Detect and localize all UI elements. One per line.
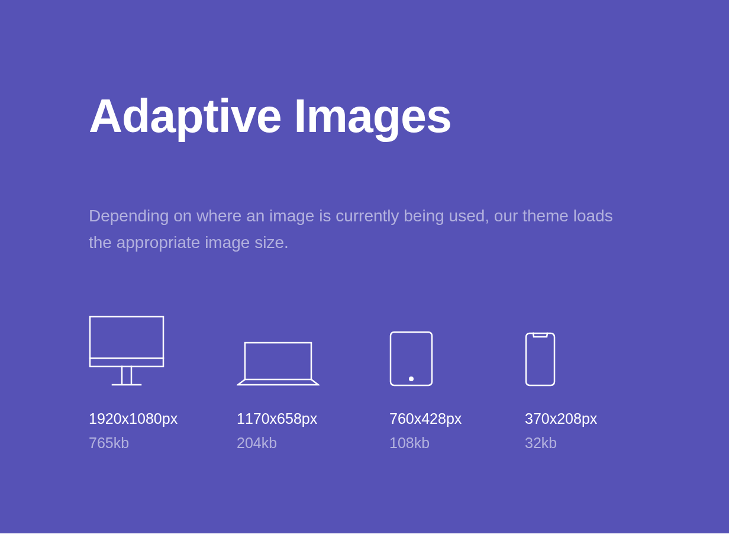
smartphone-icon (525, 332, 556, 387)
device-tablet: 760x428px 108kb (389, 316, 525, 452)
filesize-label: 32kb (525, 435, 643, 452)
resolution-label: 760x428px (389, 410, 525, 427)
hero-section: Adaptive Images Depending on where an im… (0, 0, 729, 533)
filesize-label: 108kb (389, 435, 525, 452)
devices-row: 1920x1080px 765kb 1170x658px 204kb 7 (89, 316, 640, 452)
laptop-icon (237, 342, 320, 387)
device-laptop: 1170x658px 204kb (237, 316, 389, 452)
desktop-monitor-icon (89, 316, 164, 387)
filesize-label: 765kb (89, 435, 237, 452)
tablet-icon (389, 331, 433, 387)
page-title: Adaptive Images (89, 92, 640, 141)
subtitle: Depending on where an image is currently… (89, 203, 633, 256)
resolution-label: 370x208px (525, 410, 643, 427)
resolution-label: 1920x1080px (89, 410, 237, 427)
filesize-label: 204kb (237, 435, 389, 452)
svg-rect-0 (90, 317, 163, 366)
svg-rect-5 (245, 343, 311, 379)
device-desktop: 1920x1080px 765kb (89, 316, 237, 452)
svg-point-7 (409, 376, 414, 381)
device-phone: 370x208px 32kb (525, 316, 643, 452)
svg-rect-8 (526, 333, 554, 385)
resolution-label: 1170x658px (237, 410, 389, 427)
